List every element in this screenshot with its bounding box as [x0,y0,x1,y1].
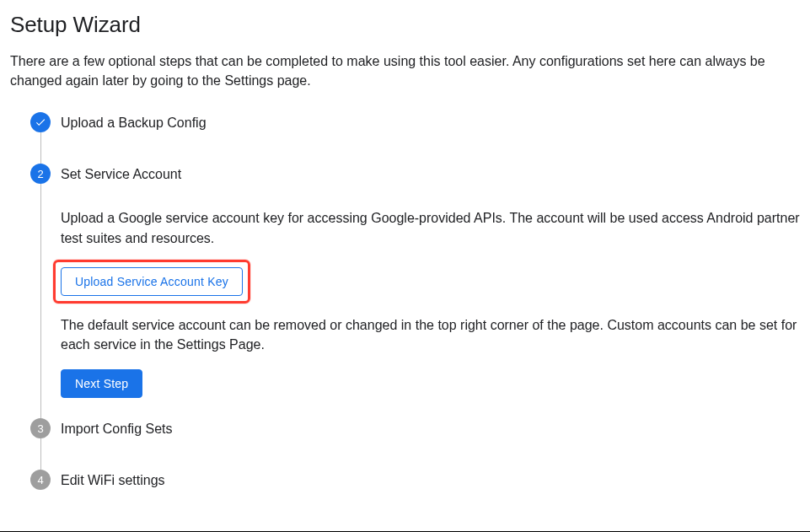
step-number-icon: 2 [30,164,51,184]
step-upload-backup-config[interactable]: Upload a Backup Config [30,112,800,164]
step-label: Import Config Sets [61,418,800,439]
page-title: Setup Wizard [10,12,800,38]
upload-service-account-key-button[interactable]: Upload Service Account Key [61,267,243,296]
step-import-config-sets[interactable]: 3 Import Config Sets [30,418,800,470]
check-icon [30,112,51,132]
step-label: Set Service Account [61,164,800,185]
step-number-icon: 3 [30,418,51,438]
wizard-stepper: Upload a Backup Config 2 Set Service Acc… [10,112,800,499]
step-number-icon: 4 [30,470,51,490]
service-account-description-1: Upload a Google service account key for … [61,208,800,247]
upload-button-highlight: Upload Service Account Key [53,260,250,304]
step-label: Upload a Backup Config [61,112,800,133]
next-step-button[interactable]: Next Step [61,369,142,398]
service-account-description-2: The default service account can be remov… [61,315,800,354]
intro-text: There are a few optional steps that can … [10,51,800,90]
step-edit-wifi-settings[interactable]: 4 Edit WiFi settings [30,470,800,499]
step-content: Upload a Google service account key for … [61,208,800,398]
step-set-service-account[interactable]: 2 Set Service Account Upload a Google se… [30,164,800,418]
step-label: Edit WiFi settings [61,470,800,491]
